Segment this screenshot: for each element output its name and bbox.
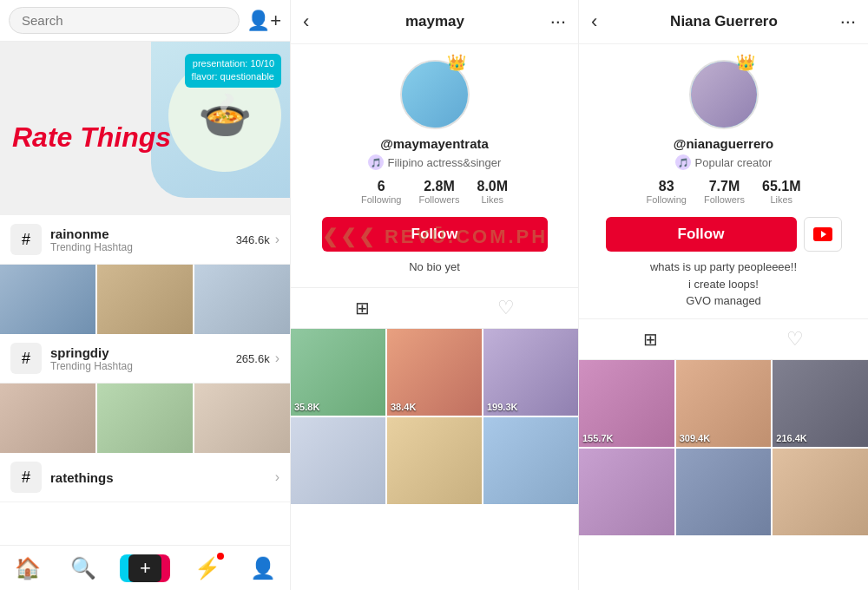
grid-thumb	[97, 384, 193, 453]
video-thumb-6[interactable]	[483, 417, 578, 504]
following-label: Following	[646, 194, 686, 205]
username: @maymayentrata	[380, 136, 489, 151]
video-thumb-4[interactable]	[291, 417, 385, 504]
search-nav-icon[interactable]: 🔍	[70, 556, 96, 580]
likes-label: Likes	[477, 194, 508, 205]
video-thumb-2[interactable]: 309.4K	[676, 360, 772, 447]
trending-count: 346.6k	[236, 233, 270, 246]
likes-count: 65.1M	[762, 179, 800, 194]
profile-title: Niana Guerrero	[608, 13, 839, 30]
trending-count: 265.6k	[236, 352, 270, 365]
view-count: 216.4K	[776, 433, 806, 443]
bio-text: No bio yet	[409, 260, 460, 273]
video-thumb-3[interactable]: 216.4K	[773, 360, 868, 447]
following-count: 83	[646, 179, 686, 194]
video-thumb-1[interactable]: 35.8K	[291, 329, 385, 416]
search-input[interactable]	[9, 7, 240, 34]
liked-tab[interactable]: ♡	[786, 328, 804, 351]
right-profile-section: 👑 @nianaguerrero 🎵 Popular creator 83 Fo…	[579, 44, 868, 318]
right-profile-tabs: ⊞ ♡	[579, 318, 868, 360]
profile-nav-icon[interactable]: 👤	[250, 556, 276, 580]
followers-count: 2.8M	[418, 179, 459, 194]
view-count: 309.4K	[680, 433, 710, 443]
add-user-icon[interactable]: 👤+	[247, 10, 281, 32]
more-options-button[interactable]: ···	[840, 10, 856, 33]
video-thumb-5[interactable]	[676, 449, 772, 535]
username: @nianaguerrero	[674, 136, 774, 151]
hashtag-icon: #	[10, 224, 42, 255]
follow-row: Follow	[606, 217, 842, 252]
rate-things-title: Rate Things	[12, 122, 171, 153]
trending-item-springdiy[interactable]: # springdiy Trending Hashtag 265.6k ›	[0, 334, 290, 384]
search-bar: 👤+	[0, 0, 290, 42]
view-count: 38.4K	[391, 402, 416, 412]
trending-sub: Trending Hashtag	[50, 360, 236, 372]
stat-following: 6 Following	[361, 179, 401, 205]
bottom-nav: 🏠 🔍 + ⚡ 👤	[0, 545, 291, 590]
back-button[interactable]: ‹	[303, 10, 309, 33]
trending-name: ratethings	[50, 470, 275, 485]
plus-icon: +	[140, 559, 151, 578]
follow-button[interactable]: Follow	[322, 217, 548, 252]
video-thumb-1[interactable]: 155.7K	[579, 360, 674, 447]
likes-count: 8.0M	[477, 179, 508, 194]
stat-likes: 65.1M Likes	[762, 179, 800, 205]
followers-label: Followers	[418, 194, 459, 205]
trending-grid-rainonme	[0, 265, 290, 334]
trending-grid-springdiy	[0, 384, 290, 453]
create-button[interactable]: +	[125, 554, 165, 582]
grid-thumb	[194, 384, 290, 453]
back-button[interactable]: ‹	[591, 10, 597, 33]
video-grid: 35.8K 38.4K 199.3K	[291, 329, 578, 504]
view-count: 155.7K	[582, 433, 613, 443]
video-thumb-4[interactable]	[579, 449, 674, 535]
crown-icon: 👑	[736, 53, 755, 72]
likes-label: Likes	[762, 194, 800, 205]
following-count: 6	[361, 179, 401, 194]
followers-label: Followers	[704, 194, 745, 205]
video-thumb-2[interactable]: 38.4K	[387, 329, 482, 416]
home-icon[interactable]: 🏠	[15, 556, 41, 580]
chevron-right-icon: ›	[275, 469, 279, 485]
caption-box: presentation: 10/10 flavor: questionable	[185, 54, 281, 88]
grid-thumb	[0, 265, 95, 334]
videos-tab[interactable]: ⊞	[355, 298, 370, 318]
stats-row: 83 Following 7.7M Followers 65.1M Likes	[646, 179, 800, 205]
right-header: ‹ Niana Guerrero ···	[579, 0, 868, 44]
video-thumb-5[interactable]	[387, 417, 482, 504]
trending-item-rainonme[interactable]: # rainonme Trending Hashtag 346.6k ›	[0, 215, 290, 265]
grid-thumb	[194, 265, 290, 334]
trending-item-ratethings[interactable]: # ratethings ›	[0, 453, 290, 502]
trending-sub: Trending Hashtag	[50, 241, 236, 253]
profile-section: 👑 @maymayentrata 🎵 Filipino actress&sing…	[291, 44, 578, 287]
middle-panel: ‹ maymay ··· 👑 @maymayentrata 🎵 Filipino…	[291, 0, 579, 590]
stat-following: 83 Following	[646, 179, 686, 205]
activity-icon[interactable]: ⚡	[194, 556, 220, 580]
stat-likes: 8.0M Likes	[477, 179, 508, 205]
stat-followers: 7.7M Followers	[704, 179, 745, 205]
bio-text: whats is up party peopleeee!! i create l…	[650, 259, 797, 310]
follow-button[interactable]: Follow	[606, 217, 797, 252]
chevron-right-icon: ›	[275, 351, 279, 366]
youtube-icon	[813, 227, 832, 241]
video-thumb-6[interactable]	[773, 449, 868, 535]
grid-thumb	[0, 384, 95, 453]
avatar-wrap: 👑	[689, 60, 759, 129]
liked-tab[interactable]: ♡	[497, 297, 515, 319]
platform-icon: 🎵	[675, 154, 691, 170]
videos-tab[interactable]: ⊞	[643, 329, 658, 350]
youtube-button[interactable]	[804, 217, 842, 252]
middle-header: ‹ maymay ···	[291, 0, 578, 44]
chevron-right-icon: ›	[275, 232, 279, 247]
stat-followers: 2.8M Followers	[418, 179, 459, 205]
more-options-button[interactable]: ···	[550, 10, 566, 33]
avatar-wrap: 👑	[400, 60, 470, 129]
hero-card: 🍲 presentation: 10/10 flavor: questionab…	[0, 42, 290, 215]
profile-tabs: ⊞ ♡	[291, 287, 578, 329]
hashtag-icon: #	[10, 343, 42, 374]
trending-name: springdiy	[50, 345, 236, 360]
right-panel: ‹ Niana Guerrero ··· 👑 @nianaguerrero 🎵 …	[579, 0, 868, 590]
crown-icon: 👑	[447, 53, 466, 72]
trending-name: rainonme	[50, 226, 236, 241]
video-thumb-3[interactable]: 199.3K	[483, 329, 578, 416]
